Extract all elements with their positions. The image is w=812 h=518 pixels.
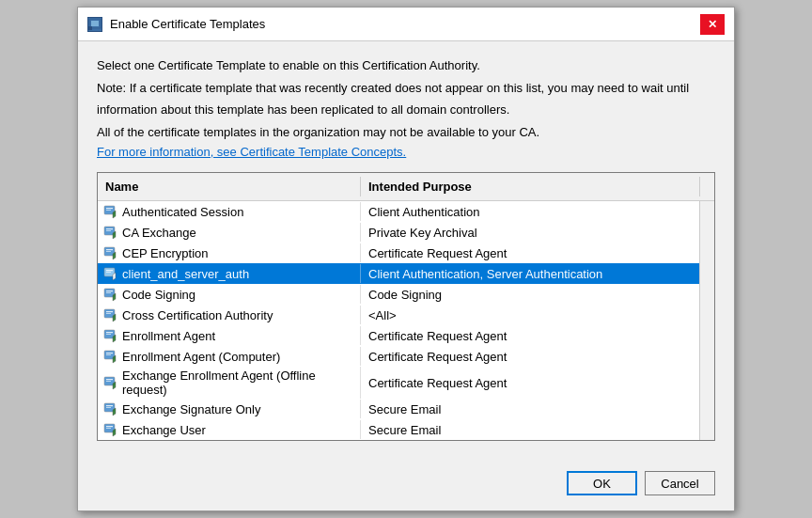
svg-rect-10 bbox=[106, 230, 111, 231]
row-purpose-text: Private Key Archival bbox=[361, 224, 699, 242]
cert-icon bbox=[103, 287, 118, 302]
enable-certificate-templates-dialog: Enable Certificate Templates ✕ Select on… bbox=[77, 7, 735, 511]
row-name-text: CA Exchange bbox=[122, 226, 196, 240]
cert-icon bbox=[103, 245, 118, 260]
svg-rect-9 bbox=[106, 228, 113, 229]
row-name: Exchange Signature Only bbox=[98, 400, 361, 418]
svg-rect-54 bbox=[106, 426, 113, 427]
svg-rect-39 bbox=[106, 353, 113, 353]
description-line2: Note: If a certificate template that was… bbox=[97, 79, 715, 98]
table-row[interactable]: Code SigningCode Signing bbox=[98, 284, 699, 305]
svg-rect-45 bbox=[106, 381, 111, 382]
svg-rect-25 bbox=[106, 292, 111, 293]
cert-icon bbox=[103, 307, 118, 322]
row-name-text: Exchange User bbox=[122, 423, 206, 437]
svg-rect-19 bbox=[106, 270, 113, 271]
cert-icon bbox=[103, 204, 118, 219]
svg-rect-35 bbox=[106, 334, 111, 335]
col-purpose-header: Intended Purpose bbox=[361, 177, 699, 196]
svg-rect-20 bbox=[106, 272, 111, 273]
certificate-list[interactable]: Authenticated SessionClient Authenticati… bbox=[98, 201, 699, 440]
dialog-icon bbox=[87, 17, 102, 32]
svg-rect-14 bbox=[106, 249, 113, 250]
row-purpose-text: Client Authentication bbox=[361, 203, 699, 221]
row-purpose-text: Secure Email bbox=[361, 400, 699, 418]
description-line4: All of the certificate templates in the … bbox=[97, 123, 715, 142]
row-name-text: Authenticated Session bbox=[122, 205, 243, 219]
svg-rect-29 bbox=[106, 311, 113, 312]
table-row[interactable]: Exchange Enrollment Agent (Offline reque… bbox=[98, 367, 699, 399]
svg-rect-44 bbox=[106, 379, 113, 380]
scrollbar[interactable] bbox=[699, 201, 714, 440]
cert-icon bbox=[103, 349, 118, 364]
row-purpose-text: <All> bbox=[361, 306, 699, 324]
table-row[interactable]: Authenticated SessionClient Authenticati… bbox=[98, 201, 699, 222]
row-purpose-text: Code Signing bbox=[361, 286, 699, 304]
svg-rect-5 bbox=[106, 210, 111, 211]
title-bar: Enable Certificate Templates ✕ bbox=[78, 8, 734, 41]
cert-icon bbox=[103, 422, 118, 437]
cert-icon bbox=[103, 328, 118, 343]
row-name-text: Exchange Signature Only bbox=[122, 402, 260, 416]
dialog-title: Enable Certificate Templates bbox=[110, 17, 265, 31]
row-name: Cross Certification Authority bbox=[98, 306, 361, 324]
row-purpose-text: Certificate Request Agent bbox=[361, 244, 699, 262]
svg-rect-24 bbox=[106, 290, 113, 291]
svg-rect-30 bbox=[106, 313, 111, 314]
svg-rect-2 bbox=[88, 26, 92, 30]
cert-icon bbox=[103, 401, 118, 416]
row-name: Exchange User bbox=[98, 420, 361, 439]
row-name-text: Exchange Enrollment Agent (Offline reque… bbox=[122, 369, 354, 397]
row-name: CA Exchange bbox=[98, 223, 361, 242]
certificate-list-container: Name Intended Purpose Authenticated Sess… bbox=[97, 172, 715, 441]
info-link[interactable]: For more information, see Certificate Te… bbox=[97, 145, 715, 159]
cert-icon bbox=[103, 375, 118, 390]
row-name-text: Enrollment Agent (Computer) bbox=[122, 350, 280, 364]
cert-icon bbox=[103, 266, 118, 281]
table-row[interactable]: CEP EncryptionCertificate Request Agent bbox=[98, 243, 699, 263]
ok-button[interactable]: OK bbox=[567, 471, 637, 495]
row-purpose-text: Secure Email bbox=[361, 421, 699, 439]
row-name: CEP Encryption bbox=[98, 243, 361, 262]
description-line3: information about this template has been… bbox=[97, 101, 715, 119]
row-name-text: Code Signing bbox=[122, 288, 195, 302]
row-name: Exchange Enrollment Agent (Offline reque… bbox=[98, 367, 361, 399]
svg-rect-50 bbox=[106, 407, 111, 408]
row-purpose-text: Certificate Request Agent bbox=[361, 348, 699, 366]
svg-rect-1 bbox=[91, 21, 99, 26]
row-name-text: Cross Certification Authority bbox=[122, 308, 273, 322]
title-bar-left: Enable Certificate Templates bbox=[87, 17, 265, 32]
row-name: Enrollment Agent (Computer) bbox=[98, 347, 361, 366]
svg-rect-15 bbox=[106, 251, 111, 252]
svg-rect-40 bbox=[106, 354, 111, 355]
table-row[interactable]: Cross Certification Authority<All> bbox=[98, 305, 699, 325]
row-name: client_and_server_auth bbox=[98, 264, 361, 283]
description-line1: Select one Certificate Template to enabl… bbox=[97, 56, 715, 75]
row-purpose-text: Certificate Request Agent bbox=[361, 327, 699, 345]
scrollbar-header-placeholder bbox=[699, 177, 714, 196]
dialog-body: Select one Certificate Template to enabl… bbox=[78, 41, 734, 471]
dialog-footer: OK Cancel bbox=[78, 471, 734, 510]
table-row[interactable]: Exchange UserSecure Email bbox=[98, 419, 699, 440]
table-row[interactable]: Exchange Signature OnlySecure Email bbox=[98, 399, 699, 419]
close-button[interactable]: ✕ bbox=[700, 14, 725, 35]
row-name: Code Signing bbox=[98, 285, 361, 304]
svg-rect-49 bbox=[106, 405, 113, 406]
table-row[interactable]: CA ExchangePrivate Key Archival bbox=[98, 222, 699, 243]
table-row[interactable]: Enrollment AgentCertificate Request Agen… bbox=[98, 325, 699, 346]
table-row[interactable]: client_and_server_authClient Authenticat… bbox=[98, 263, 699, 284]
row-name-text: CEP Encryption bbox=[122, 246, 209, 260]
list-header: Name Intended Purpose bbox=[98, 173, 714, 201]
cert-icon bbox=[103, 225, 118, 240]
row-name: Enrollment Agent bbox=[98, 326, 361, 345]
svg-rect-34 bbox=[106, 332, 113, 333]
col-name-header: Name bbox=[98, 177, 361, 196]
row-purpose-text: Certificate Request Agent bbox=[361, 374, 699, 392]
table-row[interactable]: Enrollment Agent (Computer)Certificate R… bbox=[98, 346, 699, 367]
row-name-text: client_and_server_auth bbox=[122, 267, 249, 281]
svg-rect-55 bbox=[106, 428, 111, 429]
svg-rect-4 bbox=[106, 208, 113, 209]
row-purpose-text: Client Authentication, Server Authentica… bbox=[361, 265, 699, 283]
cancel-button[interactable]: Cancel bbox=[645, 471, 715, 495]
row-name: Authenticated Session bbox=[98, 202, 361, 221]
